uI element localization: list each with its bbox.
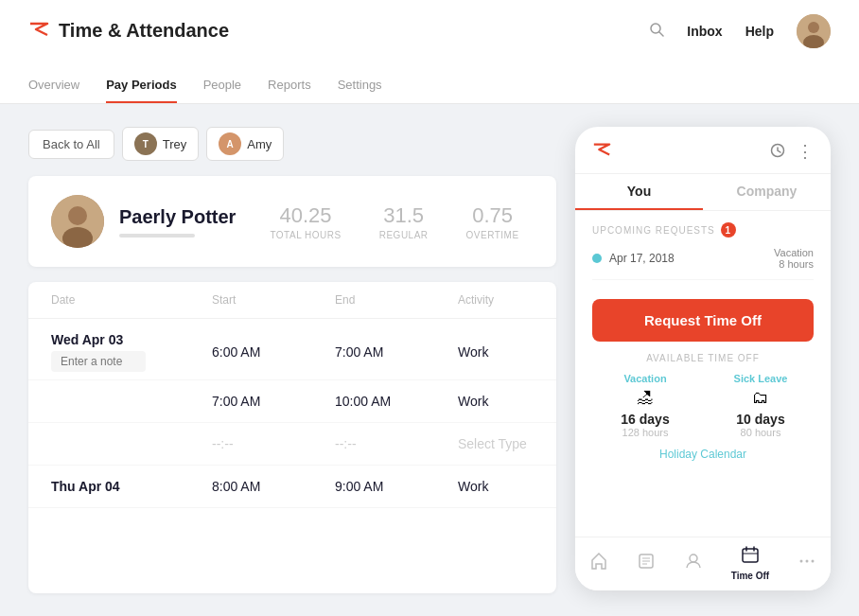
sick-leave-hours: 80 hours xyxy=(708,427,814,438)
mobile-top-bar: ⋮ xyxy=(575,127,831,174)
profile-icon xyxy=(684,552,703,575)
table-header: Date Start End Activity xyxy=(28,282,556,319)
svg-point-13 xyxy=(690,554,697,562)
sick-leave-icon: 🗂 xyxy=(708,388,814,408)
sick-leave-days: 10 days xyxy=(708,412,814,427)
mobile-bottom-nav: Time Off xyxy=(575,537,831,590)
bottom-nav-home[interactable] xyxy=(589,552,608,575)
activity-3: Work xyxy=(458,479,534,494)
col-end: End xyxy=(335,293,458,307)
employee-bar xyxy=(119,234,195,238)
search-icon[interactable] xyxy=(649,22,664,41)
overtime-label: OVERTIME xyxy=(466,230,519,240)
start-time-3: 8:00 AM xyxy=(212,479,335,494)
start-time-2: 7:00 AM xyxy=(212,394,335,409)
amy-name: Amy xyxy=(247,137,272,151)
upcoming-requests-label: UPCOMING REQUESTS 1 xyxy=(592,222,814,238)
logo-text: Time & Attendance xyxy=(59,20,229,42)
svg-point-20 xyxy=(812,559,815,562)
activity-1: Work xyxy=(458,344,534,360)
vacation-hours: 128 hours xyxy=(592,427,698,438)
row-date-wed: Wed Apr 03 xyxy=(51,332,212,347)
timeoff-icon xyxy=(741,545,760,569)
employee-name: Paerly Potter xyxy=(119,206,236,228)
request-type-area: Vacation 8 hours xyxy=(774,247,814,270)
time-table: Date Start End Activity Wed Apr 03 6:00 … xyxy=(28,282,556,593)
mobile-logo-icon xyxy=(592,140,611,164)
tab-settings[interactable]: Settings xyxy=(338,78,382,103)
table-row: Wed Apr 03 6:00 AM 7:00 AM Work xyxy=(28,319,556,380)
row-date-thu: Thu Apr 04 xyxy=(51,479,212,494)
available-grid: Vacation 🏖 16 days 128 hours Sick Leave … xyxy=(592,373,814,438)
start-time-empty[interactable]: --:-- xyxy=(212,436,335,451)
user-avatar[interactable] xyxy=(797,14,831,48)
employee-tab-trey[interactable]: T Trey xyxy=(122,127,200,161)
request-type: Vacation xyxy=(774,247,814,258)
table-row: 7:00 AM 10:00 AM Work xyxy=(28,380,556,423)
col-activity: Activity xyxy=(458,293,534,307)
tab-reports[interactable]: Reports xyxy=(268,78,311,103)
tab-overview[interactable]: Overview xyxy=(28,78,79,103)
mobile-tab-you[interactable]: You xyxy=(575,174,703,210)
employee-tab-amy[interactable]: A Amy xyxy=(206,127,284,161)
vacation-block: Vacation 🏖 16 days 128 hours xyxy=(592,373,698,438)
requests-badge: 1 xyxy=(721,222,736,238)
inbox-link[interactable]: Inbox xyxy=(687,24,722,39)
regular-stat: 31.5 REGULAR xyxy=(379,203,429,240)
more-nav-icon xyxy=(798,552,816,575)
stats-area: 40.25 TOTAL HOURS 31.5 REGULAR 0.75 OVER… xyxy=(270,203,518,240)
request-hours: 8 hours xyxy=(774,258,814,270)
bottom-nav-profile[interactable] xyxy=(684,552,703,575)
available-label: AVAILABLE TIME OFF xyxy=(592,353,814,363)
request-row: Apr 17, 2018 Vacation 8 hours xyxy=(592,238,814,280)
activity-2: Work xyxy=(458,394,534,409)
employee-photo xyxy=(51,195,104,248)
col-date: Date xyxy=(51,293,212,307)
svg-line-1 xyxy=(659,32,663,36)
note-input-wed[interactable] xyxy=(51,351,146,372)
vacation-days: 16 days xyxy=(592,412,698,427)
top-bar: Time & Attendance Inbox Help Overview Pa xyxy=(0,0,859,104)
employee-name-area: Paerly Potter xyxy=(119,206,236,238)
more-icon[interactable]: ⋮ xyxy=(797,143,814,162)
trey-name: Trey xyxy=(163,137,187,151)
activity-placeholder[interactable]: Select Type xyxy=(458,436,534,451)
mobile-tab-company[interactable]: Company xyxy=(703,174,831,210)
total-hours-stat: 40.25 TOTAL HOURS xyxy=(270,203,341,240)
tab-pay-periods[interactable]: Pay Periods xyxy=(106,78,176,103)
help-link[interactable]: Help xyxy=(745,24,774,39)
holiday-calendar-link[interactable]: Holiday Calendar xyxy=(575,438,831,470)
timeoff-nav-label: Time Off xyxy=(731,571,769,581)
bottom-nav-tasks[interactable] xyxy=(637,552,656,575)
end-time-2: 10:00 AM xyxy=(335,394,458,409)
svg-point-6 xyxy=(68,206,87,225)
filter-bar: Back to All T Trey A Amy xyxy=(28,127,556,161)
table-row: --:-- --:-- Select Type xyxy=(28,423,556,466)
employee-card: Paerly Potter 40.25 TOTAL HOURS 31.5 REG… xyxy=(28,176,556,267)
mobile-tabs: You Company xyxy=(575,174,831,211)
amy-avatar: A xyxy=(219,132,241,155)
end-time-empty[interactable]: --:-- xyxy=(335,436,458,451)
total-hours-value: 40.25 xyxy=(270,203,341,228)
sick-leave-label: Sick Leave xyxy=(708,373,814,384)
mobile-device: ⋮ You Company UPCOMING REQUESTS 1 xyxy=(575,127,831,590)
date-group-wed: Wed Apr 03 xyxy=(51,332,212,372)
back-to-all-button[interactable]: Back to All xyxy=(28,130,114,159)
home-icon xyxy=(589,552,608,575)
bottom-nav-timeoff[interactable]: Time Off xyxy=(731,545,769,581)
tab-people[interactable]: People xyxy=(203,78,241,103)
tasks-icon xyxy=(637,552,656,575)
end-time-3: 9:00 AM xyxy=(335,479,458,494)
main-area: Back to All T Trey A Amy Paerly Potter xyxy=(0,104,859,616)
mobile-content: UPCOMING REQUESTS 1 Apr 17, 2018 Vacatio… xyxy=(575,211,831,537)
sick-leave-block: Sick Leave 🗂 10 days 80 hours xyxy=(708,373,814,438)
start-time-1: 6:00 AM xyxy=(212,344,335,360)
clock-icon[interactable] xyxy=(770,143,785,162)
logo-icon xyxy=(28,19,49,44)
nav-right: Inbox Help xyxy=(649,14,831,48)
svg-point-18 xyxy=(800,559,803,562)
bottom-nav-more[interactable] xyxy=(798,552,816,575)
total-hours-label: TOTAL HOURS xyxy=(270,230,341,240)
request-time-off-button[interactable]: Request Time Off xyxy=(592,299,814,342)
mobile-icons: ⋮ xyxy=(770,143,814,162)
